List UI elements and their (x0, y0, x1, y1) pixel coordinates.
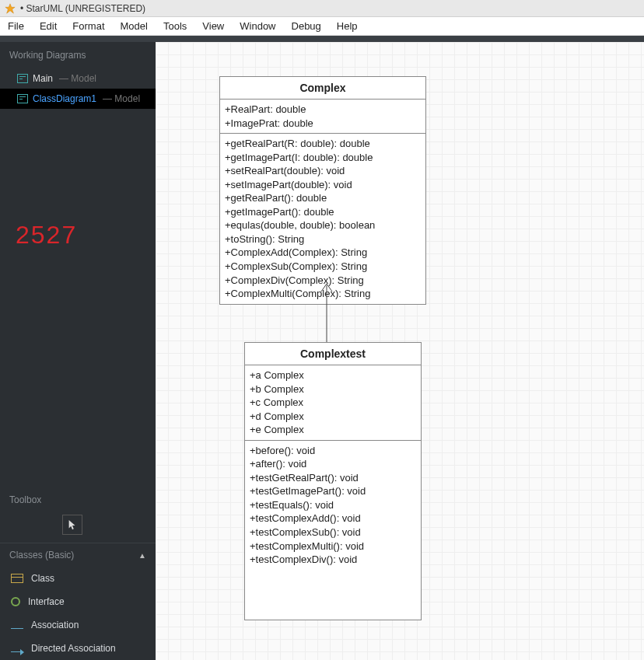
toolbox-item-directed-association[interactable]: Directed Association (0, 637, 156, 660)
toolbox-select-tool[interactable] (62, 515, 82, 535)
cursor-icon (67, 519, 78, 530)
diagram-item-label: Main (33, 73, 53, 84)
toolbox-item-label: Interface (28, 596, 65, 607)
uml-class-complextest[interactable]: Complextest +a Complex +b Complex +c Com… (244, 342, 422, 620)
menu-model[interactable]: Model (113, 17, 156, 35)
diagram-item-suffix: — Model (103, 93, 140, 104)
toolbox-section-classes-basic[interactable]: Classes (Basic) ▲ (0, 543, 156, 567)
uml-class-name: Complextest (245, 343, 421, 365)
uml-attributes: +a Complex +b Complex +c Complex +d Comp… (245, 365, 421, 441)
title-bar: • StarUML (UNREGISTERED) (0, 0, 644, 17)
uml-class-name: Complex (220, 77, 425, 100)
window-title: • StarUML (UNREGISTERED) (20, 3, 145, 14)
handwritten-annotation: 2527 (16, 221, 77, 250)
toolbox-item-label: Directed Association (31, 643, 116, 654)
diagram-item-label: ClassDiagram1 (33, 93, 96, 104)
interface-icon (11, 597, 20, 606)
uml-attributes: +RealPart: double +ImagePrat: double (220, 100, 425, 134)
association-icon (11, 624, 23, 626)
uml-class-complex[interactable]: Complex +RealPart: double +ImagePrat: do… (219, 76, 426, 305)
toolbox-header: Toolbox (0, 487, 156, 513)
working-diagrams-header: Working Diagrams (0, 42, 156, 68)
diagram-icon (17, 94, 28, 103)
toolbox-item-association[interactable]: Association (0, 613, 156, 637)
menu-window[interactable]: Window (232, 17, 283, 35)
toolbox-item-label: Association (31, 620, 79, 630)
app-logo-icon (5, 3, 16, 14)
uml-operations: +getRealPart(R: double): double +getImag… (220, 134, 425, 304)
menu-bar: File Edit Format Model Tools View Window… (0, 17, 644, 36)
diagram-canvas[interactable]: Complex +RealPart: double +ImagePrat: do… (156, 42, 644, 660)
menu-view[interactable]: View (194, 17, 232, 35)
menu-help[interactable]: Help (329, 17, 366, 35)
diagram-icon (17, 74, 28, 83)
menu-edit[interactable]: Edit (32, 17, 65, 35)
menu-format[interactable]: Format (65, 17, 112, 35)
class-icon (11, 574, 23, 583)
toolbar-separator (0, 36, 644, 42)
diagram-item-main[interactable]: Main — Model (0, 68, 156, 89)
toolbox-item-label: Class (31, 573, 54, 584)
menu-tools[interactable]: Tools (156, 17, 194, 35)
diagram-item-suffix: — Model (59, 73, 96, 84)
diagram-item-classdiagram1[interactable]: ClassDiagram1 — Model (0, 89, 156, 109)
collapse-icon: ▲ (138, 551, 146, 560)
menu-file[interactable]: File (0, 17, 32, 35)
directed-association-icon (11, 648, 23, 649)
menu-debug[interactable]: Debug (284, 17, 329, 35)
svg-marker-0 (5, 3, 15, 12)
uml-operations: +before(): void +after(): void +testGetR… (245, 441, 421, 632)
toolbox-item-class[interactable]: Class (0, 567, 156, 590)
toolbox-item-interface[interactable]: Interface (0, 590, 156, 613)
